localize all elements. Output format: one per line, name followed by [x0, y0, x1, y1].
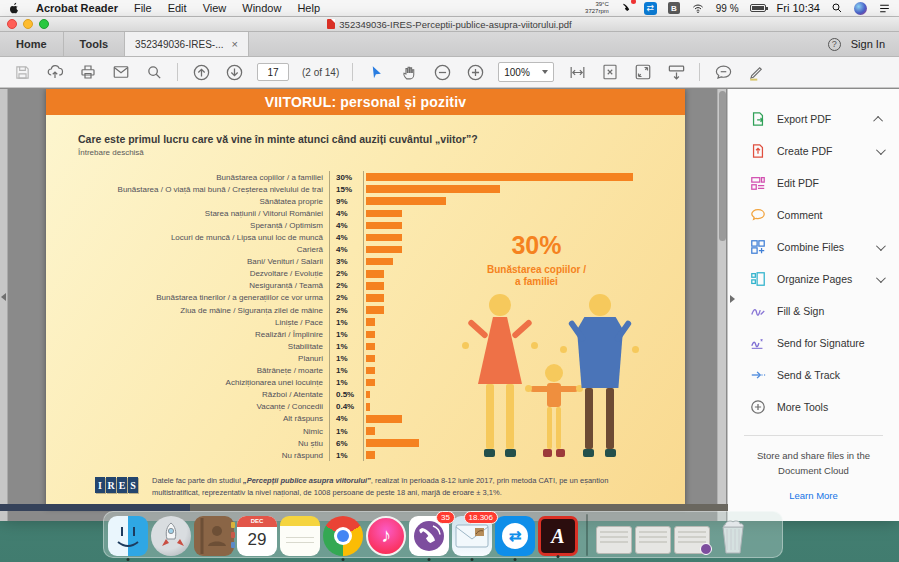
left-panel-rail[interactable] [0, 89, 8, 521]
collapse-left-panel-icon[interactable] [1, 293, 6, 301]
sidebar-item-create-pdf[interactable]: Create PDF [728, 135, 899, 167]
zoom-out-button[interactable] [432, 62, 452, 82]
dock-notes-icon[interactable] [280, 516, 320, 556]
dock-mail-icon[interactable]: 18.306 [452, 516, 492, 556]
hand-tool-button[interactable] [399, 62, 419, 82]
b-app-icon[interactable]: B [668, 2, 680, 14]
dock-itunes-icon[interactable]: ♪ [366, 516, 406, 556]
menu-window[interactable]: Window [242, 2, 281, 14]
notification-center-icon[interactable] [878, 1, 891, 15]
learn-more-link[interactable]: Learn More [728, 490, 899, 501]
dock-contacts-icon[interactable] [194, 516, 234, 556]
dock-finder-icon[interactable] [108, 516, 148, 556]
pdf-file-icon [327, 19, 335, 29]
dock-viber-icon[interactable]: 35 [409, 516, 449, 556]
window-titlebar[interactable]: 352349036-IRES-Perceptii-publice-asupra-… [0, 17, 899, 32]
close-tab-icon[interactable]: × [231, 38, 237, 50]
horizontal-scrollbar-handle[interactable] [0, 504, 190, 511]
sidebar-item-send-for-signature[interactable]: Send for Signature [728, 327, 899, 359]
viber-phone-icon[interactable] [620, 1, 633, 15]
sidebar-item-edit-pdf[interactable]: Edit PDF [728, 167, 899, 199]
fit-page-button[interactable] [600, 62, 620, 82]
document-view[interactable]: VIITORUL: personal și pozitiv Care este … [8, 89, 727, 521]
select-tool-button[interactable] [366, 62, 386, 82]
menu-bar: Acrobat Reader FileEditViewWindowHelp 39… [0, 0, 899, 17]
minimize-window-button[interactable] [23, 19, 33, 29]
zoom-in-button[interactable] [465, 62, 485, 82]
next-page-button[interactable] [224, 62, 244, 82]
battery-icon[interactable] [750, 4, 766, 12]
desktop: Acrobat Reader FileEditViewWindowHelp 39… [0, 0, 899, 562]
print-button[interactable] [78, 62, 98, 82]
sidebar-item-combine-files[interactable]: Combine Files [728, 231, 899, 263]
sidebar-item-fill-sign[interactable]: Fill & Sign [728, 295, 899, 327]
menu-help[interactable]: Help [297, 2, 320, 14]
dock-calendar-icon[interactable]: DEC29 [237, 516, 277, 556]
menu-view[interactable]: View [203, 2, 227, 14]
chart-value-label: 1% [330, 365, 364, 377]
music-note-glyph: ♪ [368, 524, 404, 547]
tab-home[interactable]: Home [0, 32, 64, 56]
siri-icon[interactable] [854, 2, 867, 15]
sidebar-item-label: Create PDF [777, 145, 832, 157]
sidebar-item-label: Combine Files [777, 241, 844, 253]
chart-category-label: Bunăstarea copiilor / a familiei [48, 171, 330, 183]
dock-acrobat-reader-icon[interactable]: A [538, 516, 578, 556]
comment-tool-button[interactable] [713, 62, 733, 82]
dock-chrome-icon[interactable] [323, 516, 363, 556]
fullscreen-button[interactable] [633, 62, 653, 82]
chart-bar [366, 246, 402, 254]
chart-category-label: Bătrânețe / moarte [48, 365, 330, 377]
chevron-down-icon[interactable] [876, 273, 886, 283]
wifi-icon[interactable] [691, 1, 705, 15]
vertical-scrollbar[interactable] [717, 89, 726, 521]
page-number-input[interactable] [257, 63, 289, 81]
sidebar-item-more-tools[interactable]: More Tools [728, 391, 899, 423]
running-indicator [342, 558, 345, 561]
chart-bar [366, 282, 384, 290]
help-icon[interactable]: ? [828, 38, 841, 51]
sidebar-item-send-track[interactable]: Send & Track [728, 359, 899, 391]
reading-mode-button[interactable] [666, 62, 686, 82]
share-upload-button[interactable] [45, 62, 65, 82]
zoom-level-select[interactable]: 100% [498, 62, 554, 82]
menu-app-name[interactable]: Acrobat Reader [36, 2, 118, 14]
collapse-right-panel-icon[interactable] [730, 295, 735, 303]
sidebar-item-export-pdf[interactable]: Export PDF [728, 103, 899, 135]
close-window-button[interactable] [7, 19, 17, 29]
email-button[interactable] [111, 62, 131, 82]
dock-teamviewer-icon[interactable]: ⇄ [495, 516, 535, 556]
scrollbar-handle[interactable] [719, 91, 726, 241]
sign-in-button[interactable]: Sign In [851, 38, 885, 50]
chevron-up-icon[interactable] [873, 115, 883, 125]
dock-launchpad-icon[interactable] [151, 516, 191, 556]
minimized-window-thumbnail[interactable] [596, 526, 632, 554]
chart-value-label: 0.5% [330, 389, 364, 401]
sidebar-item-comment[interactable]: Comment [728, 199, 899, 231]
minimized-window-thumbnail[interactable] [635, 526, 671, 554]
chart-category-label: Planuri [48, 352, 330, 364]
minimized-window-thumbnail[interactable] [674, 526, 710, 554]
menu-clock[interactable]: Fri 10:34 [777, 2, 820, 14]
zoom-window-button[interactable] [39, 19, 49, 29]
apple-menu-icon[interactable] [8, 1, 20, 15]
highlight-tool-button[interactable] [746, 62, 766, 82]
tab-document[interactable]: 352349036-IRES-... × [125, 32, 249, 56]
fit-width-button[interactable] [567, 62, 587, 82]
tab-tools[interactable]: Tools [64, 32, 126, 56]
teamviewer-menu-icon[interactable]: ⇄ [644, 2, 657, 15]
chevron-down-icon[interactable] [876, 241, 886, 251]
sidebar-item-organize-pages[interactable]: Organize Pages [728, 263, 899, 295]
acrobat-a-glyph: A [541, 519, 575, 553]
spotlight-search-icon[interactable] [831, 1, 843, 15]
save-button[interactable] [12, 62, 32, 82]
family-pictogram [456, 294, 636, 459]
search-button[interactable] [144, 62, 164, 82]
dock-trash-icon[interactable] [713, 516, 753, 556]
horizontal-scrollbar[interactable] [0, 504, 728, 511]
previous-page-button[interactable] [191, 62, 211, 82]
menu-edit[interactable]: Edit [168, 2, 187, 14]
menu-file[interactable]: File [134, 2, 152, 14]
chevron-down-icon[interactable] [876, 145, 886, 155]
chevron-down-icon [542, 70, 548, 74]
